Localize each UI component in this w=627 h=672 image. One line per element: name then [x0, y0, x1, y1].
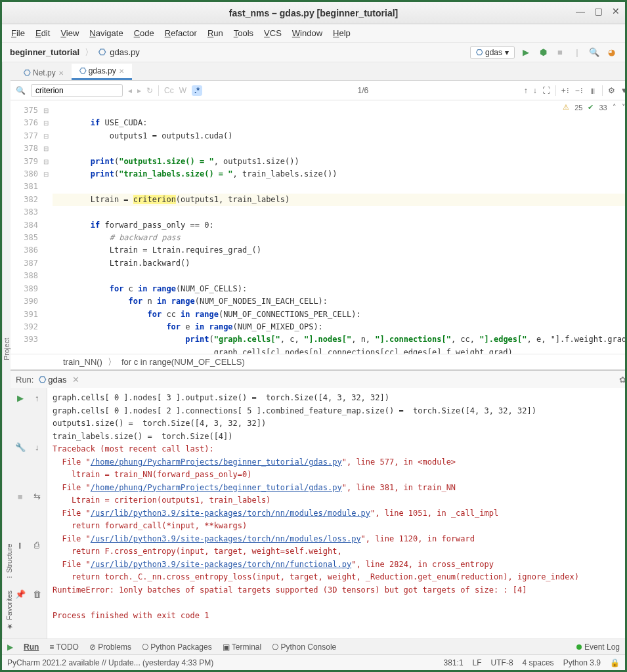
rerun-button[interactable]: ▶	[14, 393, 26, 437]
code-breadcrumb[interactable]: train_NN() 〉 for c in range(NUM_OF_CELLS…	[11, 354, 627, 369]
close-run-tab-icon[interactable]: ✕	[72, 375, 79, 385]
run-toolbar: ▶ ↑ 🔧 ↓ ■ ⇆ ⫿ ⎙ 📌 🗑	[11, 388, 47, 639]
editor[interactable]: ⚠25 ✔33 ˄ ˅ 375 376 377 378 379 380 381 …	[11, 100, 627, 354]
up-stack-icon[interactable]: ↑	[32, 393, 43, 437]
menubar: FileEditViewNavigateCodeRefactorRunTools…	[2, 24, 625, 43]
window-controls: — ▢ ✕	[576, 6, 620, 16]
run-config-selector[interactable]: ⎔ gdas ▾	[470, 46, 515, 59]
settings-icon[interactable]: ⚙	[608, 86, 615, 95]
menu-edit[interactable]: Edit	[35, 28, 50, 38]
status-bar: PyCharm 2021.2 available // Update... (y…	[2, 654, 625, 670]
minimize-button[interactable]: —	[576, 6, 585, 16]
filter-icon[interactable]: ▼	[620, 86, 627, 95]
encoding[interactable]: UTF-8	[491, 658, 513, 667]
remove-selection-icon[interactable]: −⫶	[575, 86, 584, 95]
event-log-button[interactable]: Event Log	[584, 642, 620, 652]
find-input[interactable]	[31, 84, 123, 97]
chevron-down-icon[interactable]: ˅	[622, 103, 626, 112]
trash-icon[interactable]: 🗑	[32, 589, 43, 633]
bottom-tool-tabs: ▶ Run ≡ TODO ⊘ Problems ⎔ Python Package…	[2, 639, 625, 654]
tool-tab-run[interactable]: Run	[24, 642, 39, 652]
python-icon: ⎔	[476, 48, 483, 57]
python-file-icon: ⎔	[98, 47, 106, 57]
prev-match-arrow-icon[interactable]: ◂	[128, 86, 132, 95]
structure-tool-tab[interactable]: ⫶ Structure	[5, 543, 13, 579]
prev-occurrence-icon[interactable]: ↑	[524, 86, 528, 95]
python-icon: ⎔	[39, 375, 46, 385]
check-icon: ✔	[588, 103, 594, 112]
event-dot-icon	[576, 644, 582, 650]
maximize-button[interactable]: ▢	[594, 6, 603, 16]
add-selection-icon[interactable]: +⫶	[561, 86, 570, 95]
status-message[interactable]: PyCharm 2021.2 available // Update... (y…	[7, 658, 213, 667]
breadcrumb-file[interactable]: gdas.py	[110, 47, 140, 57]
chevron-down-icon: ▾	[505, 48, 509, 57]
gear-icon[interactable]: ✿	[619, 375, 626, 385]
line-numbers: 375 376 377 378 379 380 381 382 383 384 …	[11, 100, 43, 354]
tool-tab-terminal[interactable]: ▣ Terminal	[223, 642, 261, 652]
search-everywhere-button[interactable]: 🔍	[588, 47, 600, 58]
next-match-arrow-icon[interactable]: ▸	[137, 86, 141, 95]
fold-gutter[interactable]: ⊟ ⊟ ⊟ ⊟ ⊟ ⊟	[43, 100, 53, 354]
run-tab[interactable]: gdas	[48, 375, 66, 385]
interpreter[interactable]: Python 3.9	[563, 658, 601, 667]
print-icon[interactable]: ⎙	[32, 540, 43, 584]
run-indicator-icon: ▶	[7, 642, 13, 652]
tool-tab-problems[interactable]: ⊘ Problems	[89, 642, 131, 652]
project-tool-tab[interactable]: Project	[3, 338, 11, 360]
find-bar: 🔍 ◂ ▸ ↻ Cc W .* 1/6 ↑ ↓ ⛶ +⫶ −⫶ ⫼ ⚙ ▼ ✕	[11, 81, 627, 100]
editor-tab-net-py[interactable]: ⎔Net.py✕	[16, 66, 72, 80]
lock-icon[interactable]: 🔒	[610, 658, 620, 667]
console-output[interactable]: graph.cells[ 0 ].nodes[ 3 ].output.size(…	[47, 388, 627, 639]
menu-window[interactable]: Window	[292, 28, 322, 38]
pin-icon[interactable]: 📌	[14, 589, 26, 633]
code-area[interactable]: if USE_CUDA: outputs1 = outputs1.cuda() …	[53, 100, 627, 354]
menu-code[interactable]: Code	[134, 28, 154, 38]
debug-button[interactable]: ⬢	[537, 47, 549, 58]
tool-tab-todo[interactable]: ≡ TODO	[49, 642, 79, 652]
words-toggle[interactable]: W	[179, 86, 186, 95]
wrench-icon[interactable]: 🔧	[14, 442, 26, 486]
match-case-toggle[interactable]: Cc	[164, 86, 174, 95]
history-icon[interactable]: ↻	[146, 86, 153, 95]
layout-icon[interactable]: ⫿	[14, 540, 26, 584]
menu-vcs[interactable]: VCS	[264, 28, 282, 38]
window-title: fast_nms – gdas.py [beginner_tutorial]	[229, 8, 399, 18]
close-button[interactable]: ✕	[612, 6, 620, 16]
chevron-up-icon[interactable]: ˄	[613, 103, 616, 112]
run-panel: Run: ⎔ gdas ✕ ✿ — ▶ ↑ 🔧 ↓ ■ ⇆ ⫿	[11, 369, 627, 639]
caret-pos[interactable]: 381:1	[444, 658, 464, 667]
tool-tab-pyconsole[interactable]: ⎔ Python Console	[272, 642, 336, 652]
menu-help[interactable]: Help	[333, 28, 351, 38]
menu-file[interactable]: File	[11, 28, 25, 38]
indent[interactable]: 4 spaces	[523, 658, 554, 667]
menu-refactor[interactable]: Refactor	[165, 28, 197, 38]
stop-button: ■	[554, 47, 566, 58]
select-all-occ-icon[interactable]: ⫼	[589, 86, 597, 95]
stop-button: ■	[14, 492, 26, 536]
titlebar: fast_nms – gdas.py [beginner_tutorial] —…	[2, 2, 625, 24]
select-all-icon[interactable]: ⛶	[542, 86, 550, 95]
editor-tabs: ⎔Net.py✕⎔gdas.py✕	[11, 62, 627, 81]
breadcrumb-project[interactable]: beginner_tutorial	[10, 47, 79, 57]
menu-view[interactable]: View	[60, 28, 79, 38]
tool-tab-packages[interactable]: ⎔ Python Packages	[142, 642, 212, 652]
down-stack-icon[interactable]: ↓	[32, 442, 43, 486]
editor-tab-gdas-py[interactable]: ⎔gdas.py✕	[72, 64, 132, 80]
inspection-badges[interactable]: ⚠25 ✔33 ˄ ˅	[563, 103, 626, 112]
menu-tools[interactable]: Tools	[234, 28, 253, 38]
soft-wrap-icon[interactable]: ⇆	[32, 492, 43, 536]
search-icon: 🔍	[16, 86, 26, 95]
menu-run[interactable]: Run	[207, 28, 223, 38]
run-button[interactable]: ▶	[520, 47, 532, 58]
favorites-tool-tab[interactable]: ★ Favorites	[5, 591, 13, 631]
next-occurrence-icon[interactable]: ↓	[533, 86, 537, 95]
navigation-bar: beginner_tutorial 〉 ⎔ gdas.py ⎔ gdas ▾ ▶…	[2, 43, 625, 62]
regex-toggle[interactable]: .*	[192, 85, 202, 96]
warning-icon: ⚠	[563, 103, 569, 112]
menu-navigate[interactable]: Navigate	[89, 28, 123, 38]
update-button[interactable]: ◕	[605, 47, 617, 58]
line-sep[interactable]: LF	[473, 658, 482, 667]
match-count: 1/6	[207, 86, 519, 95]
